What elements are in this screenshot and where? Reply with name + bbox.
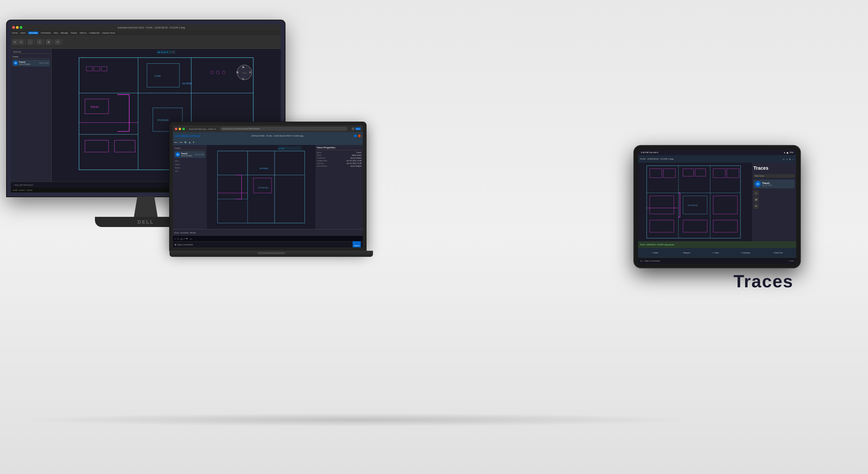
share-btn[interactable]: Share xyxy=(355,127,361,130)
created-by-label: Created by xyxy=(317,157,325,159)
notification-bar: PLAN - 12345 BLVD - FLOOR 1.dwg opened xyxy=(638,241,796,248)
tablet-undo-btn[interactable]: ↩ xyxy=(783,158,785,160)
laptop-command-input[interactable]: ▶ Type a command xyxy=(175,243,353,246)
sidebar-header-label: TRACES xyxy=(12,50,50,54)
prop-created-by: Created by Jenny Douglas xyxy=(317,157,361,159)
tablet-file-title: PLAN - 12345 BLVD - FLOOR 1.dwg xyxy=(640,158,673,160)
menu-bar: Home Insert Annotate Parametric View Man… xyxy=(11,30,281,35)
tablet-wrapper: 3:45 PM Tue Feb 9 ▲ ◼ 75% PLAN - 12345 B… xyxy=(634,146,800,268)
laptop-drawing-area[interactable]: STORAGE EXTEND ▶ Trace xyxy=(207,145,315,229)
laptop-trace-item[interactable]: JD Trace1 Jenny Douglas Jan 20, 2021 xyxy=(174,151,205,158)
trace-date: Jan 20, 2021 xyxy=(39,62,49,64)
menu-insert[interactable]: Insert xyxy=(20,32,25,34)
tablet-toolbar-actions: ↩ ↪ ⊕ ⋯ xyxy=(783,158,794,160)
trace-info: Trace1 Jenny Douglas xyxy=(19,61,38,65)
multiline-text-btn[interactable]: A xyxy=(12,39,18,45)
tablet-redo-btn[interactable]: ↪ xyxy=(786,158,788,160)
tablet-screen-content: 3:45 PM Tue Feb 9 ▲ ◼ 75% PLAN - 12345 B… xyxy=(638,150,796,264)
tablet-trace-info: Trace1 Jan 20, 2021 xyxy=(762,182,793,186)
annotate-btn[interactable]: A Annotate xyxy=(742,252,750,254)
text-btn[interactable]: A xyxy=(18,39,24,45)
browser-url-bar[interactable]: web.autocad.com/cad/drawings/8678965423e… xyxy=(220,127,348,131)
tablet-status-bar: 3:45 PM Tue Feb 9 ▲ ◼ 75% xyxy=(638,150,796,155)
trace-toolbar-overlay: ▶ Trace ▼ ✓ ✗ xyxy=(156,50,176,54)
toolbar-group-markup: ✏ xyxy=(55,39,62,45)
browser-min-dot[interactable] xyxy=(179,128,181,130)
browser-max-dot[interactable] xyxy=(182,128,185,130)
menu-collaborate[interactable]: Collaborate xyxy=(89,32,100,34)
menu-output[interactable]: Output xyxy=(71,32,77,34)
tablet-share-btn[interactable]: ⊕ xyxy=(789,158,791,160)
panel-title: Trace Properties xyxy=(317,146,361,150)
svg-text:TOP: TOP xyxy=(242,72,246,74)
measure-btn[interactable]: — Measure xyxy=(681,252,690,254)
annotate-label: Annotate xyxy=(743,252,750,254)
draw-btn[interactable]: ✏ Draw xyxy=(713,252,719,254)
sidebar-extra-items: Amp Layers Blocks Xref xyxy=(174,159,205,173)
close-dot[interactable] xyxy=(12,26,15,29)
measure-icon: — xyxy=(681,252,683,254)
browser-bar: AutoCAD Web App - Online ✕ web.autocad.c… xyxy=(173,125,363,132)
wifi-icon: ▲ xyxy=(784,151,786,153)
select-btn[interactable]: ↖ Select xyxy=(651,252,658,254)
svg-text:EXTEND: EXTEND xyxy=(260,167,269,169)
created-by-value: Jenny Douglas xyxy=(350,157,361,159)
laptop-command-bar: ▶ Type a command Submit xyxy=(173,241,363,247)
tool-1[interactable]: □ xyxy=(753,190,759,196)
annotate-icon: A xyxy=(742,252,743,254)
svg-text:E: E xyxy=(250,71,251,74)
trace-author: Jenny Douglas xyxy=(19,63,38,65)
status-icons: ▲ ◼ 75% xyxy=(784,151,793,154)
table-btn[interactable]: ⊞ xyxy=(46,39,51,45)
quick-trim-btn[interactable]: ✂ Quick Trim xyxy=(773,252,783,254)
laptop-screen: AutoCAD Web App - Online ✕ web.autocad.c… xyxy=(170,122,366,251)
submit-btn[interactable]: Submit xyxy=(353,241,361,248)
menu-addins[interactable]: Add-ins xyxy=(80,32,86,34)
user-avatar[interactable] xyxy=(354,135,357,137)
svg-text:N: N xyxy=(242,66,244,68)
browser-settings-btn[interactable] xyxy=(352,127,354,130)
tablet-trace-name: Trace1 xyxy=(762,182,793,184)
menu-annotate[interactable]: Annotate xyxy=(28,32,38,34)
toolbar-group-leaders: ↗ xyxy=(37,39,44,45)
tablet-more-btn[interactable]: ⋯ xyxy=(792,158,794,160)
tool-3[interactable]: ✏ xyxy=(753,203,759,209)
enter-label[interactable]: ↵ Enter xyxy=(788,260,794,262)
menu-express[interactable]: Express Tools xyxy=(102,32,115,34)
maximize-dot[interactable] xyxy=(20,26,22,29)
app-main-area: Traces JD Trace1 Jenny Douglas Jan 20, 2… xyxy=(173,145,363,229)
new-trace-button[interactable]: New trace xyxy=(753,174,795,178)
dimension-btn[interactable]: ↔ xyxy=(27,39,33,45)
new-trace-btn-label: New trace xyxy=(755,175,764,177)
traces-panel-title: Traces xyxy=(753,164,795,172)
menu-parametric[interactable]: Parametric xyxy=(41,32,51,34)
minimize-dot[interactable] xyxy=(16,26,19,29)
sidebar-traces-label: Traces xyxy=(174,146,205,150)
tablet-trace-date: Jan 20, 2021 xyxy=(762,184,793,186)
file-title: OFFICE PARK - PLAN - 12345 BLVD FIRST FL… xyxy=(202,135,353,137)
name-value: Trace1 xyxy=(356,151,361,153)
browser-actions: Share xyxy=(352,127,361,130)
menu-home[interactable]: Home xyxy=(12,32,18,34)
traces-overlay-text: Traces xyxy=(733,271,793,291)
tool-2[interactable]: ⊕ xyxy=(753,197,759,202)
tablet-bottom-toolbar: ↖ Select — Measure ✏ Draw A xyxy=(638,248,796,257)
prop-last-save: Last save Jan 20, 2021, 11:08 xyxy=(317,162,361,164)
menu-manage[interactable]: Manage xyxy=(61,32,68,34)
tablet-command-input[interactable]: Type a command xyxy=(644,260,788,262)
laptop-autocad-app: AutoCAD Web App - Online ✕ web.autocad.c… xyxy=(173,125,363,247)
browser-close-dot[interactable] xyxy=(175,128,177,130)
markup-btn[interactable]: ✏ xyxy=(55,39,60,45)
trace-list-item[interactable]: JD Trace1 Jenny Douglas Jan 20, 2021 xyxy=(12,60,50,66)
user-avatar-2[interactable] xyxy=(358,135,361,137)
svg-text:STORAGE: STORAGE xyxy=(688,204,698,206)
bottom-tools-bar: Draw Annotate Modify xyxy=(173,229,363,236)
esc-btn[interactable]: Esc xyxy=(640,260,643,262)
tablet-drawing-area[interactable]: STORAGE xyxy=(638,163,752,241)
menu-view[interactable]: View xyxy=(54,32,58,34)
tablet-trace-list-item[interactable]: JD Trace1 Jan 20, 2021 xyxy=(753,180,795,188)
leader-btn[interactable]: ↗ xyxy=(37,39,42,45)
draw-label: Draw xyxy=(715,252,719,254)
last-saved-by-value: Jenny Douglas xyxy=(350,165,361,167)
side-tools: □ ⊕ ✏ xyxy=(753,190,795,209)
